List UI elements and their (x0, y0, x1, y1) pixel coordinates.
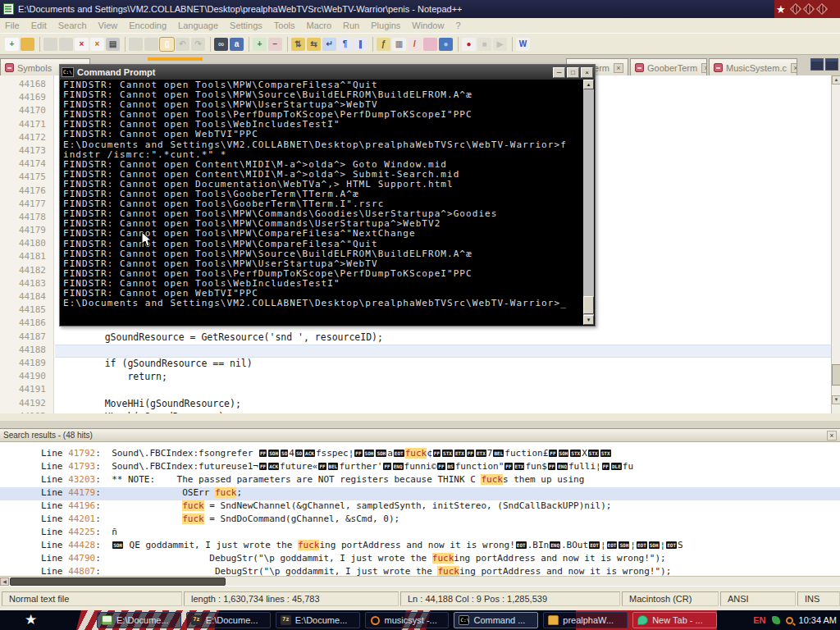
taskbar-button-search[interactable]: musicsyst -... (365, 612, 450, 628)
new-file-icon[interactable]: + (5, 38, 19, 51)
editor-vertical-scrollbar[interactable]: ▲ ▼ (831, 75, 840, 413)
search-result-row[interactable]: Line 44225: ñ (0, 527, 840, 540)
sync-horizontal-icon[interactable]: ⇆ (307, 38, 321, 51)
save-icon[interactable] (43, 38, 57, 51)
maximize-button[interactable] (803, 3, 815, 15)
search-result-row[interactable]: Line 44428: SOH QE goddammit, I just wro… (0, 540, 840, 553)
color-picker-icon[interactable] (423, 38, 437, 51)
cmd-scrollbar[interactable]: ▲ ▼ (583, 80, 594, 325)
taskbar-button-7z[interactable]: 7zE:\Docume... (186, 612, 271, 628)
line-number: 44176 (0, 185, 53, 199)
minimize-button[interactable] (790, 3, 801, 15)
taskbar-button-cmd[interactable]: C:\Command ... (454, 612, 538, 628)
zoom-out-icon[interactable]: − (268, 38, 282, 51)
tab-close-icon[interactable]: × (791, 63, 797, 73)
doc-list-button-2[interactable] (825, 58, 838, 71)
search-result-row[interactable]: Line 44201: fuck = SndDoCommand(gChannel… (0, 514, 840, 527)
sync-vertical-icon[interactable]: ⇅ (291, 38, 305, 51)
search-close-icon[interactable]: × (827, 431, 837, 441)
cmd-titlebar[interactable]: C:\ Command Prompt ─ □ × (60, 65, 595, 80)
paste-icon[interactable]: ▯ (160, 38, 174, 51)
redo-icon[interactable]: ↷ (191, 38, 205, 51)
plugin-w-icon[interactable]: W (516, 38, 530, 51)
cmd-close-button[interactable]: × (581, 67, 593, 78)
function-list-icon[interactable]: ƒ (377, 38, 390, 51)
clock[interactable]: 10:34 AM (799, 615, 837, 625)
zoom-in-icon[interactable]: + (253, 38, 267, 51)
scroll-down-arrow[interactable]: ▼ (583, 315, 594, 325)
line-number: 44181 (0, 251, 53, 264)
stop-macro-icon[interactable]: ■ (477, 38, 491, 51)
menu-item-plugins[interactable]: Plugins (371, 21, 400, 30)
doc-list-button[interactable] (810, 58, 824, 71)
scroll-thumb[interactable] (832, 364, 840, 386)
console-body[interactable]: FINDSTR: Cannot open Tools\MPW\CompareFi… (61, 80, 583, 325)
control-char-block: EOT (516, 541, 527, 549)
panel-splitter[interactable] (0, 421, 840, 428)
open-file-icon[interactable] (21, 38, 34, 51)
search-horizontal-scrollbar[interactable]: ◀ (0, 576, 840, 586)
command-prompt-window[interactable]: C:\ Command Prompt ─ □ × FINDSTR: Cannot… (59, 64, 596, 326)
record-macro-icon[interactable]: ● (462, 38, 476, 51)
search-result-row[interactable]: Line 44196: fuck = SndNewChannel(&gChann… (0, 500, 840, 514)
menu-item-macro[interactable]: Macro (306, 21, 331, 30)
cmd-minimize-button[interactable]: ─ (553, 67, 565, 78)
status-insert-mode[interactable]: INS (797, 591, 840, 606)
search-result-row[interactable]: Line 41793: Sound\.FBCIndex:futureuse1¬F… (0, 461, 840, 474)
save-all-icon[interactable] (59, 38, 73, 51)
search-result-row[interactable]: Line 41792: Sound\.FBCIndex:fsongrefer F… (0, 448, 840, 461)
scroll-left-arrow[interactable]: ◀ (0, 578, 9, 586)
copy-icon[interactable] (144, 38, 158, 51)
word-wrap-icon[interactable]: ↵ (322, 38, 336, 51)
menu-item-tools[interactable]: Tools (274, 21, 295, 30)
cmd-maximize-button[interactable]: □ (567, 67, 579, 78)
menu-item-view[interactable]: View (98, 21, 118, 30)
menu-item-help[interactable]: ? (455, 21, 460, 30)
menu-item-edit[interactable]: Edit (31, 21, 47, 30)
close-button[interactable] (816, 3, 828, 15)
menu-item-search[interactable]: Search (58, 21, 87, 30)
tray-search-icon[interactable] (786, 617, 793, 624)
search-results-header[interactable]: Search results - (48 hits) × (0, 429, 840, 442)
close-all-icon[interactable]: × (90, 38, 104, 51)
globe-icon[interactable]: ● (439, 38, 453, 51)
show-all-chars-icon[interactable]: ¶ (338, 38, 352, 51)
tab-close-icon[interactable]: × (614, 63, 623, 73)
search-result-row[interactable]: Line 43203: ** NOTE: The passed paramete… (0, 474, 840, 487)
menu-item-settings[interactable]: Settings (230, 21, 262, 30)
search-result-row[interactable]: Line 44790: DebugStr("\p goddammit, I ju… (0, 553, 840, 566)
scroll-up-arrow[interactable]: ▲ (583, 80, 594, 89)
start-button[interactable]: ★ (25, 611, 37, 628)
replace-icon[interactable]: a (230, 38, 244, 51)
cut-icon[interactable] (129, 38, 143, 51)
find-icon[interactable]: ∞ (214, 38, 228, 51)
scroll-down-arrow[interactable]: ▼ (832, 395, 840, 404)
taskbar-button-notepad[interactable]: E:\Docume... (97, 612, 181, 628)
undo-icon[interactable]: ↶ (176, 38, 189, 51)
scroll-up-arrow[interactable]: ▲ (832, 75, 840, 84)
menu-item-run[interactable]: Run (343, 21, 359, 30)
indent-guide-icon[interactable]: ∥ (354, 38, 368, 51)
scroll-thumb[interactable] (10, 578, 226, 586)
taskbar-button-7z[interactable]: 7zE:\Docume... (276, 612, 360, 628)
doc-map-icon[interactable]: ▥ (392, 38, 406, 51)
tab-close-icon[interactable]: × (701, 63, 707, 73)
control-char-block: FF (354, 450, 362, 457)
menu-item-file[interactable]: File (5, 21, 20, 30)
notepadpp-titlebar[interactable]: E:\Documents and Settings\VM2.COLLABNET\… (0, 0, 840, 18)
doc-switcher-icon[interactable]: / (408, 38, 422, 51)
scroll-thumb[interactable] (583, 296, 594, 314)
play-macro-icon[interactable]: ▶ (493, 38, 507, 51)
menu-item-window[interactable]: Window (412, 21, 444, 30)
menu-item-language[interactable]: Language (178, 21, 218, 30)
taskbar-button-folder[interactable]: prealphaW... (543, 612, 628, 628)
tab-gooberterm[interactable]: GooberTerm × (630, 58, 707, 76)
print-icon[interactable]: ▤ (106, 38, 120, 51)
close-icon[interactable]: × (75, 38, 89, 51)
search-result-row[interactable]: Line 44179: OSErr fuck; (0, 487, 840, 500)
tab-musicsystem[interactable]: MusicSystem.c × (709, 58, 797, 76)
menu-item-encoding[interactable]: Encoding (129, 21, 167, 30)
taskbar-button-browser[interactable]: New Tab - ... (632, 612, 717, 628)
language-indicator[interactable]: EN (753, 615, 765, 625)
tray-app-icon[interactable] (772, 616, 780, 624)
